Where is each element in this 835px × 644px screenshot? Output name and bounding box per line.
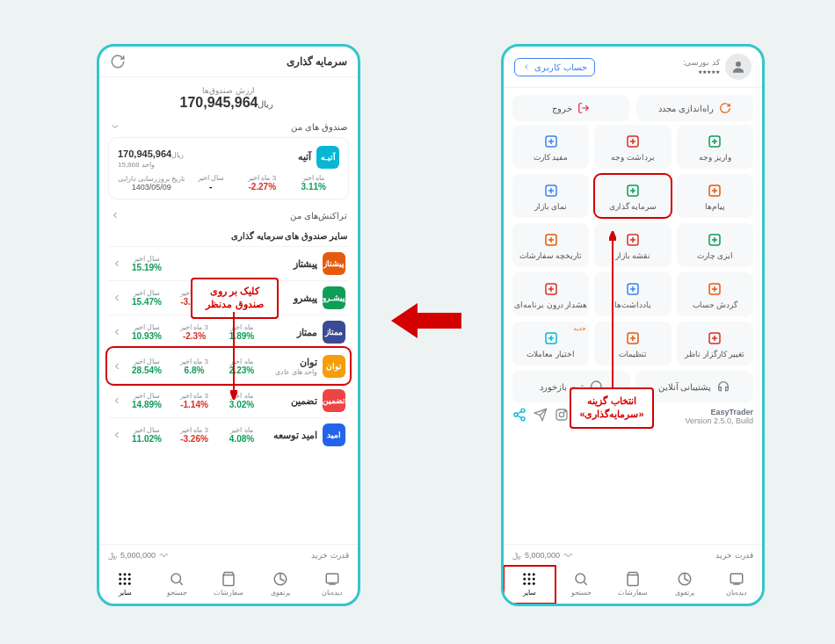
my-funds-header[interactable]: صندوق های من [99,116,358,137]
refresh-icon[interactable] [110,54,126,69]
social-icons [512,408,569,422]
svg-point-48 [124,578,127,581]
version-label: Version 2.5.0, Build [685,416,753,425]
nav-label: سایر [119,589,132,597]
svg-point-50 [120,582,122,585]
fund-badge: ممتاز [323,321,345,344]
menu-item-label: نمای بازار [534,202,568,211]
transactions-header[interactable]: تراکنش‌های من [99,205,358,226]
nav-جستجو[interactable]: جستجو [151,566,203,604]
menu-item-label: ایزی چارت [697,251,734,260]
fund-row-5[interactable]: امید امید توسعه ماه اخیر4.08%3 ماه اخیر-… [108,417,349,452]
bottom-bar: قدرت خرید 5,000,000 ﷼ دیده‌بانپرتفویسفار… [504,544,762,604]
fund-name: ممتاز [266,327,317,338]
menu-item-10[interactable]: یادداشت‌ها [594,272,671,316]
svg-point-34 [528,578,531,581]
wave-icon [563,550,574,561]
nav-سایر[interactable]: سایر [99,566,151,604]
fund-name: تضمین [266,395,317,407]
nav-سفارشات[interactable]: سفارشات [607,566,659,604]
telegram-icon[interactable] [534,408,548,422]
fund-row-4[interactable]: تضمین تضمین ماه اخیر3.02%3 ماه اخیر-1.14… [108,383,349,417]
phone-investing: سرمایه گذاری ارزش صندوق‌ها 170,945,964ری… [97,44,360,606]
code-value: ٭٭٭٭٭ [683,67,720,76]
header: کد بورسی: ٭٭٭٭٭ حساب کاربری [504,47,762,88]
nav-جستجو[interactable]: جستجو [555,566,607,604]
svg-point-47 [120,578,122,581]
bottom-nav: دیده‌بانپرتفویسفارشاتجستجوسایر [504,566,762,604]
user-account-button[interactable]: حساب کاربری [514,58,595,76]
user-badge-label: حساب کاربری [534,62,587,72]
nav-پرتفوی[interactable]: پرتفوی [658,566,710,604]
fund-badge: توان [323,355,345,378]
menu-item-6[interactable]: ایزی چارت [677,223,753,267]
nav-label: پرتفوی [271,589,290,597]
menu-item-2[interactable]: مفید کارت [512,125,589,169]
power-amount: 5,000,000 [120,551,156,560]
menu-item-label: هشدار درون برنامه‌ای [514,300,587,309]
nav-دیده‌بان[interactable]: دیده‌بان [306,566,358,604]
svg-point-38 [533,582,535,585]
chevron-left-icon [112,293,122,303]
menu-item-8[interactable]: تاریخچه سفارشات [512,223,589,267]
menu-item-0[interactable]: واریز وجه [677,125,753,169]
svg-point-42 [171,574,181,583]
chevron-left-icon [112,327,122,337]
svg-point-28 [576,574,585,583]
restart-button[interactable]: راه‌اندازی مجدد [636,95,753,121]
svg-point-21 [514,413,518,416]
menu-item-label: برداشت وجه [611,153,655,162]
nav-دیده‌بان[interactable]: دیده‌بان [710,566,762,604]
svg-line-29 [584,582,587,584]
nav-سفارشات[interactable]: سفارشات [203,566,255,604]
nav-label: جستجو [571,589,592,597]
fund-name: پیشتاز [266,258,317,270]
svg-point-20 [521,409,525,412]
svg-line-24 [518,416,522,418]
menu-item-label: تاریخچه سفارشات [519,251,583,260]
menu-item-13[interactable]: تنظیمات [594,322,671,365]
fund-name: توان [266,357,317,368]
fund-row-3[interactable]: توان توان واحد های عادی ماه اخیر2.23%3 م… [108,349,349,383]
logout-button[interactable]: خروج [512,95,629,121]
menu-item-11[interactable]: هشدار درون برنامه‌ای [512,272,589,316]
svg-marker-57 [230,391,237,400]
fund-name: امید توسعه [266,430,317,441]
total-block: ارزش صندوق‌ها 170,945,964ریال [99,77,358,116]
chevron-left-icon [112,361,122,372]
svg-point-51 [124,582,127,585]
instagram-icon[interactable] [555,408,569,422]
fund-row-0[interactable]: پیشتاز پیشتاز سال اخیر15.19% [108,246,349,280]
fund-row-2[interactable]: ممتاز ممتاز ماه اخیر1.89%3 ماه اخیر-2.3%… [108,315,349,349]
share-icon[interactable] [512,408,526,422]
my-fund-card[interactable]: آتیـه آتیه 170,945,964ریال 15,868 واحد م… [108,137,349,199]
my-funds-label: صندوق های من [291,122,347,132]
svg-point-49 [128,578,131,581]
menu-item-14[interactable]: جدیداختیار معاملات [512,322,589,365]
header: سرمایه گذاری [99,47,358,77]
svg-line-43 [180,582,183,584]
svg-point-31 [528,573,531,575]
nav-label: سایر [523,589,536,597]
nav-سایر[interactable]: سایر [504,566,555,604]
svg-point-46 [128,573,131,575]
menu-item-7[interactable]: نقشه بازار [594,223,671,267]
svg-point-44 [120,573,122,575]
menu-item-9[interactable]: گردش حساب [677,272,753,316]
menu-item-4[interactable]: سرمایه گذاری [594,174,671,218]
nav-پرتفوی[interactable]: پرتفوی [254,566,306,604]
menu-item-5[interactable]: نمای بازار [512,174,589,218]
svg-point-36 [524,582,526,585]
menu-item-label: سرمایه گذاری [609,202,657,211]
menu-item-label: تغییر کارگزار ناظر [685,350,744,358]
chevron-down-icon [110,121,120,132]
svg-point-18 [559,412,563,416]
menu-item-12[interactable]: تغییر کارگزار ناظر [677,322,753,365]
avatar-icon [725,54,752,80]
menu-item-1[interactable]: برداشت وجه [594,125,671,169]
top-actions: راه‌اندازی مجدد خروج [504,88,762,125]
menu-grid: واریز وجهبرداشت وجهمفید کارتپیام‌هاسرمای… [504,125,762,365]
menu-item-3[interactable]: پیام‌ها [677,174,753,218]
buying-power-row: قدرت خرید 5,000,000 ﷼ [504,545,762,566]
user-block: کد بورسی: ٭٭٭٭٭ [683,54,752,80]
